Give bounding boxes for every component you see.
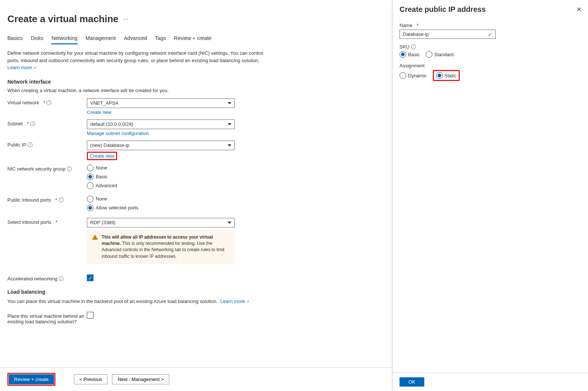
close-icon[interactable]: ✕ [577,6,581,13]
panel-assignment-label: Assignment [400,63,581,68]
lb-learn-more-link[interactable]: Learn more [220,299,249,304]
lb-place-checkbox[interactable] [87,312,94,318]
nsg-radio-advanced[interactable] [87,182,94,189]
public-ip-select[interactable]: (new) Database-ip [87,141,235,150]
inbound-radio-none[interactable] [87,196,94,202]
nsg-basic-label: Basic [96,174,108,179]
select-ports-value: RDP (3389) [90,220,115,225]
sku-radio-standard[interactable] [426,51,432,58]
tab-disks[interactable]: Disks [31,35,43,44]
sku-radio-basic[interactable] [400,51,406,58]
accelerated-label: Accelerated networking i [7,274,87,282]
previous-button[interactable]: < Previous [74,374,108,384]
sku-basic-label: Basic [408,52,420,57]
intro-copy: Define network connectivity for your vir… [7,50,263,63]
nsg-radio-none[interactable] [87,165,94,171]
inbound-none-label: None [96,196,107,202]
public-ip-label: Public IP i [7,141,87,148]
sku-standard-label: Standard [434,52,454,57]
intro-learn-more-link[interactable]: Learn more [7,65,36,70]
chevron-down-icon [228,102,231,104]
assignment-dynamic-label: Dynamic [408,73,427,78]
info-icon[interactable]: i [411,44,416,49]
info-icon[interactable]: i [59,276,64,281]
validation-check-icon: ✓ [488,31,492,37]
subnet-select[interactable]: default (10.0.0.0/24) [87,119,235,129]
assignment-radio-dynamic[interactable] [400,72,406,79]
intro-text: Define network connectivity for your vir… [7,50,273,71]
panel-name-input[interactable]: Database-ip ✓ [400,30,496,39]
side-panel-create-public-ip: Create public IP address ✕ Name * Databa… [392,0,588,391]
footer: Review + create < Previous Next : Manage… [0,367,392,391]
review-create-button[interactable]: Review + create [9,374,54,384]
info-icon[interactable]: i [67,166,72,171]
page-title: Create a virtual machine [7,13,119,25]
inbound-allow-label: Allow selected ports [96,205,139,210]
panel-name-label: Name * [400,23,581,28]
chevron-down-icon [228,144,231,146]
tabs: Basics Disks Networking Management Advan… [7,35,385,44]
vnet-value: VNET_APSA [90,100,119,106]
assignment-radio-static[interactable] [436,72,443,79]
tab-review-create[interactable]: Review + create [174,35,211,44]
more-actions-icon[interactable]: ··· [123,15,129,23]
panel-name-value: Database-ip [403,31,429,37]
chevron-down-icon [228,123,231,125]
network-interface-heading: Network interface [7,79,385,85]
lb-desc: You can place this virtual machine in th… [7,299,218,304]
accelerated-checkbox[interactable]: ✓ [87,274,94,281]
public-ip-create-new-link[interactable]: Create new [88,153,116,159]
panel-title: Create public IP address [400,5,486,14]
info-icon[interactable]: i [59,198,64,202]
info-icon[interactable]: i [28,142,33,147]
inbound-radio-allow[interactable] [87,205,94,211]
select-ports-label: Select inbound ports * [7,218,87,225]
subnet-label: Subnet * i [7,119,87,127]
nsg-advanced-label: Advanced [96,183,117,188]
warning-icon [92,235,98,240]
tab-networking[interactable]: Networking [51,35,77,44]
nsg-radio-basic[interactable] [87,173,94,180]
subnet-manage-link[interactable]: Manage subnet configuration [87,131,149,136]
tab-advanced[interactable]: Advanced [124,35,147,44]
nsg-none-label: None [96,165,107,171]
vnet-create-new-link[interactable]: Create new [87,109,111,115]
lb-place-label: Place this virtual machine behind an exi… [7,312,87,324]
load-balancing-heading: Load balancing [7,289,385,295]
nsg-label: NIC network security group i [7,165,87,172]
vnet-select[interactable]: VNET_APSA [87,98,235,108]
chevron-down-icon [228,222,231,224]
vnet-label: Virtual network * i [7,98,87,105]
ports-warning: This will allow all IP addresses to acce… [87,230,235,264]
tab-management[interactable]: Management [86,35,116,44]
panel-sku-label: SKU i [400,44,581,50]
tab-basics[interactable]: Basics [7,35,23,44]
select-ports-select[interactable]: RDP (3389) [87,218,235,227]
inbound-ports-label: Public inbound ports * i [7,196,87,203]
network-interface-subtext: When creating a virtual machine, a netwo… [7,88,385,93]
assignment-static-label: Static [445,73,457,78]
next-button[interactable]: Next : Management > [112,374,169,384]
subnet-value: default (10.0.0.0/24) [90,121,133,127]
info-icon[interactable]: i [47,100,51,105]
tab-tags[interactable]: Tags [155,35,166,44]
panel-ok-button[interactable]: OK [400,377,424,387]
info-icon[interactable]: i [30,121,35,126]
public-ip-value: (new) Database-ip [90,142,129,148]
